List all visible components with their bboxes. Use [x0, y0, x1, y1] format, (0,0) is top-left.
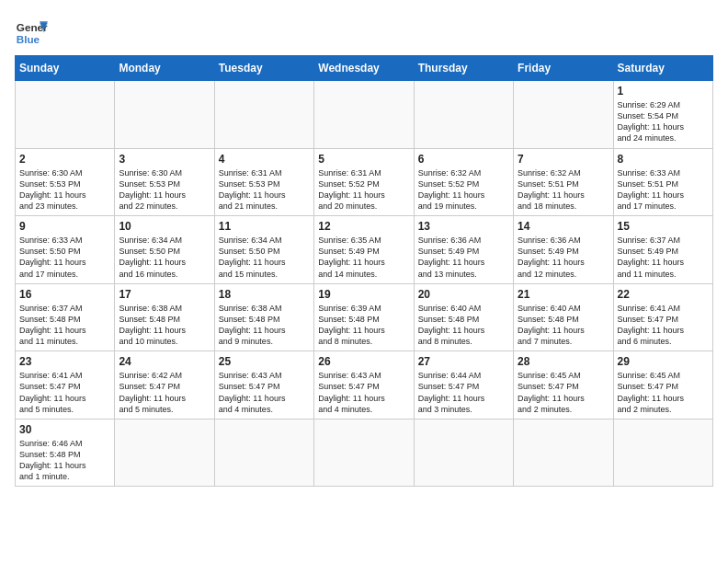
- day-header-thursday: Thursday: [414, 56, 513, 81]
- calendar-cell: 12Sunrise: 6:35 AM Sunset: 5:49 PM Dayli…: [314, 216, 414, 284]
- page-header: General Blue: [15, 15, 713, 48]
- day-number: 22: [618, 288, 709, 301]
- calendar-cell: [214, 419, 313, 487]
- day-number: 27: [418, 355, 509, 368]
- calendar-cell: 22Sunrise: 6:41 AM Sunset: 5:47 PM Dayli…: [613, 283, 712, 351]
- calendar-cell: [214, 81, 313, 149]
- calendar-cell: 19Sunrise: 6:39 AM Sunset: 5:48 PM Dayli…: [314, 283, 414, 351]
- calendar-cell: 11Sunrise: 6:34 AM Sunset: 5:50 PM Dayli…: [214, 216, 313, 284]
- day-number: 30: [19, 423, 110, 436]
- calendar-body: 1Sunrise: 6:29 AM Sunset: 5:54 PM Daylig…: [16, 81, 713, 487]
- day-info: Sunrise: 6:34 AM Sunset: 5:50 PM Dayligh…: [219, 235, 310, 280]
- logo-icon: General Blue: [15, 15, 48, 48]
- day-number: 11: [219, 220, 310, 233]
- day-info: Sunrise: 6:34 AM Sunset: 5:50 PM Dayligh…: [119, 235, 210, 280]
- calendar-cell: [414, 81, 513, 149]
- calendar-cell: 15Sunrise: 6:37 AM Sunset: 5:49 PM Dayli…: [613, 216, 712, 284]
- day-info: Sunrise: 6:37 AM Sunset: 5:48 PM Dayligh…: [19, 303, 110, 348]
- calendar-cell: 17Sunrise: 6:38 AM Sunset: 5:48 PM Dayli…: [115, 283, 214, 351]
- day-info: Sunrise: 6:36 AM Sunset: 5:49 PM Dayligh…: [518, 235, 609, 280]
- calendar-cell: 6Sunrise: 6:32 AM Sunset: 5:52 PM Daylig…: [414, 148, 513, 216]
- day-info: Sunrise: 6:43 AM Sunset: 5:47 PM Dayligh…: [219, 370, 310, 415]
- calendar-week-1: 1Sunrise: 6:29 AM Sunset: 5:54 PM Daylig…: [16, 81, 713, 149]
- day-info: Sunrise: 6:38 AM Sunset: 5:48 PM Dayligh…: [219, 303, 310, 348]
- calendar-table: SundayMondayTuesdayWednesdayThursdayFrid…: [15, 55, 713, 487]
- calendar-cell: 7Sunrise: 6:32 AM Sunset: 5:51 PM Daylig…: [514, 148, 613, 216]
- day-number: 16: [19, 288, 110, 301]
- logo: General Blue: [15, 15, 48, 48]
- day-number: 1: [618, 85, 709, 98]
- day-info: Sunrise: 6:33 AM Sunset: 5:51 PM Dayligh…: [618, 167, 709, 213]
- calendar-cell: 16Sunrise: 6:37 AM Sunset: 5:48 PM Dayli…: [16, 283, 115, 351]
- day-number: 9: [19, 220, 110, 233]
- day-info: Sunrise: 6:38 AM Sunset: 5:48 PM Dayligh…: [119, 303, 210, 348]
- calendar-week-2: 2Sunrise: 6:30 AM Sunset: 5:53 PM Daylig…: [16, 148, 713, 216]
- day-number: 13: [418, 220, 509, 233]
- day-info: Sunrise: 6:46 AM Sunset: 5:48 PM Dayligh…: [19, 438, 110, 483]
- day-header-saturday: Saturday: [613, 56, 712, 81]
- calendar-cell: 8Sunrise: 6:33 AM Sunset: 5:51 PM Daylig…: [613, 148, 712, 216]
- day-info: Sunrise: 6:43 AM Sunset: 5:47 PM Dayligh…: [318, 370, 409, 415]
- day-number: 8: [618, 153, 709, 166]
- calendar-cell: [16, 81, 115, 149]
- day-number: 10: [119, 220, 210, 233]
- day-info: Sunrise: 6:45 AM Sunset: 5:47 PM Dayligh…: [618, 370, 709, 415]
- day-number: 21: [518, 288, 609, 301]
- day-number: 24: [119, 355, 210, 368]
- calendar-cell: 3Sunrise: 6:30 AM Sunset: 5:53 PM Daylig…: [115, 148, 214, 216]
- day-info: Sunrise: 6:44 AM Sunset: 5:47 PM Dayligh…: [418, 370, 509, 415]
- day-header-friday: Friday: [514, 56, 613, 81]
- day-number: 17: [119, 288, 210, 301]
- day-number: 4: [219, 153, 310, 166]
- calendar-cell: 23Sunrise: 6:41 AM Sunset: 5:47 PM Dayli…: [16, 351, 115, 419]
- calendar-cell: 18Sunrise: 6:38 AM Sunset: 5:48 PM Dayli…: [214, 283, 313, 351]
- day-info: Sunrise: 6:37 AM Sunset: 5:49 PM Dayligh…: [618, 235, 709, 280]
- day-number: 19: [318, 288, 409, 301]
- calendar-cell: 9Sunrise: 6:33 AM Sunset: 5:50 PM Daylig…: [16, 216, 115, 284]
- day-info: Sunrise: 6:36 AM Sunset: 5:49 PM Dayligh…: [418, 235, 509, 280]
- calendar-cell: 29Sunrise: 6:45 AM Sunset: 5:47 PM Dayli…: [613, 351, 712, 419]
- calendar-week-3: 9Sunrise: 6:33 AM Sunset: 5:50 PM Daylig…: [16, 216, 713, 284]
- calendar-cell: [514, 81, 613, 149]
- day-info: Sunrise: 6:32 AM Sunset: 5:51 PM Dayligh…: [518, 167, 609, 213]
- day-info: Sunrise: 6:29 AM Sunset: 5:54 PM Dayligh…: [618, 99, 709, 144]
- day-number: 12: [318, 220, 409, 233]
- calendar-cell: [314, 81, 414, 149]
- day-header-monday: Monday: [115, 56, 214, 81]
- calendar-cell: [514, 419, 613, 487]
- day-number: 7: [518, 153, 609, 166]
- day-header-sunday: Sunday: [16, 56, 115, 81]
- day-header-tuesday: Tuesday: [214, 56, 313, 81]
- calendar-cell: 27Sunrise: 6:44 AM Sunset: 5:47 PM Dayli…: [414, 351, 513, 419]
- day-info: Sunrise: 6:32 AM Sunset: 5:52 PM Dayligh…: [418, 167, 509, 213]
- calendar-cell: 10Sunrise: 6:34 AM Sunset: 5:50 PM Dayli…: [115, 216, 214, 284]
- calendar-cell: 26Sunrise: 6:43 AM Sunset: 5:47 PM Dayli…: [314, 351, 414, 419]
- calendar-cell: 25Sunrise: 6:43 AM Sunset: 5:47 PM Dayli…: [214, 351, 313, 419]
- calendar-cell: [314, 419, 414, 487]
- day-number: 2: [19, 153, 110, 166]
- day-number: 26: [318, 355, 409, 368]
- day-number: 28: [518, 355, 609, 368]
- day-header-wednesday: Wednesday: [314, 56, 414, 81]
- day-info: Sunrise: 6:40 AM Sunset: 5:48 PM Dayligh…: [518, 303, 609, 348]
- calendar-cell: 24Sunrise: 6:42 AM Sunset: 5:47 PM Dayli…: [115, 351, 214, 419]
- calendar-week-4: 16Sunrise: 6:37 AM Sunset: 5:48 PM Dayli…: [16, 283, 713, 351]
- calendar-cell: 2Sunrise: 6:30 AM Sunset: 5:53 PM Daylig…: [16, 148, 115, 216]
- day-info: Sunrise: 6:39 AM Sunset: 5:48 PM Dayligh…: [318, 303, 409, 348]
- calendar-cell: 14Sunrise: 6:36 AM Sunset: 5:49 PM Dayli…: [514, 216, 613, 284]
- day-number: 15: [618, 220, 709, 233]
- calendar-cell: 28Sunrise: 6:45 AM Sunset: 5:47 PM Dayli…: [514, 351, 613, 419]
- calendar-header-row: SundayMondayTuesdayWednesdayThursdayFrid…: [16, 56, 713, 81]
- calendar-cell: 4Sunrise: 6:31 AM Sunset: 5:53 PM Daylig…: [214, 148, 313, 216]
- calendar-cell: 1Sunrise: 6:29 AM Sunset: 5:54 PM Daylig…: [613, 81, 712, 149]
- day-info: Sunrise: 6:31 AM Sunset: 5:53 PM Dayligh…: [219, 167, 310, 213]
- day-number: 20: [418, 288, 509, 301]
- calendar-cell: 13Sunrise: 6:36 AM Sunset: 5:49 PM Dayli…: [414, 216, 513, 284]
- day-info: Sunrise: 6:35 AM Sunset: 5:49 PM Dayligh…: [318, 235, 409, 280]
- day-number: 5: [318, 153, 409, 166]
- day-info: Sunrise: 6:31 AM Sunset: 5:52 PM Dayligh…: [318, 167, 409, 213]
- calendar-cell: [115, 81, 214, 149]
- day-number: 23: [19, 355, 110, 368]
- day-number: 25: [219, 355, 310, 368]
- day-number: 3: [119, 153, 210, 166]
